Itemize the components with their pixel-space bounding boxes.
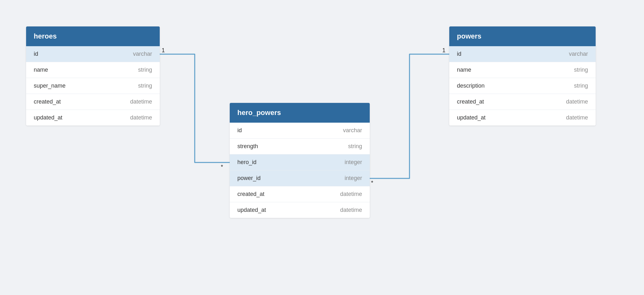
hero-powers-power-id-row: power_id integer bbox=[230, 170, 370, 186]
powers-name-name: name bbox=[457, 67, 471, 73]
heroes-table-header: heroes bbox=[26, 26, 160, 46]
hero-powers-created-at-type: datetime bbox=[340, 191, 362, 198]
hero-powers-id-type: varchar bbox=[343, 127, 362, 134]
heroes-name-row: name string bbox=[26, 62, 160, 78]
heroes-updated-at-name: updated_at bbox=[34, 114, 62, 121]
hero-powers-created-at-name: created_at bbox=[237, 191, 264, 198]
powers-description-type: string bbox=[574, 83, 588, 89]
heroes-name-name: name bbox=[34, 67, 48, 73]
hero-powers-power-id-type: integer bbox=[345, 175, 362, 182]
cardinality-powers-1: 1 bbox=[442, 47, 445, 54]
hero-powers-id-name: id bbox=[237, 127, 242, 134]
heroes-title: heroes bbox=[34, 32, 57, 40]
heroes-super-name-row: super_name string bbox=[26, 78, 160, 94]
heroes-created-at-row: created_at datetime bbox=[26, 94, 160, 110]
powers-updated-at-name: updated_at bbox=[457, 114, 486, 121]
powers-created-at-type: datetime bbox=[566, 98, 588, 105]
cardinality-heroes-1: 1 bbox=[162, 47, 165, 54]
hero-powers-updated-at-name: updated_at bbox=[237, 207, 266, 213]
hero-powers-created-at-row: created_at datetime bbox=[230, 186, 370, 202]
hero-powers-table: hero_powers id varchar strength string h… bbox=[230, 103, 370, 218]
powers-id-row: id varchar bbox=[449, 46, 596, 62]
powers-description-row: description string bbox=[449, 78, 596, 94]
hero-powers-table-header: hero_powers bbox=[230, 103, 370, 123]
heroes-created-at-name: created_at bbox=[34, 98, 61, 105]
hero-powers-hero-id-row: hero_id integer bbox=[230, 155, 370, 170]
heroes-id-type: varchar bbox=[133, 51, 152, 57]
powers-description-name: description bbox=[457, 83, 485, 89]
heroes-name-type: string bbox=[138, 67, 152, 73]
heroes-id-name: id bbox=[34, 51, 38, 57]
hero-powers-hero-id-name: hero_id bbox=[237, 159, 256, 166]
powers-name-type: string bbox=[574, 67, 588, 73]
powers-table: powers id varchar name string descriptio… bbox=[449, 26, 596, 126]
heroes-updated-at-type: datetime bbox=[130, 114, 152, 121]
erd-diagram: 1 * 1 * heroes id varchar name string su… bbox=[20, 17, 624, 278]
hero-powers-strength-row: strength string bbox=[230, 139, 370, 155]
hero-powers-updated-at-row: updated_at datetime bbox=[230, 202, 370, 218]
powers-name-row: name string bbox=[449, 62, 596, 78]
powers-created-at-row: created_at datetime bbox=[449, 94, 596, 110]
hero-powers-updated-at-type: datetime bbox=[340, 207, 362, 213]
hero-powers-title: hero_powers bbox=[237, 109, 281, 117]
hero-powers-strength-name: strength bbox=[237, 143, 258, 150]
heroes-super-name-name: super_name bbox=[34, 83, 66, 89]
hero-powers-hero-id-type: integer bbox=[345, 159, 362, 166]
cardinality-hero-powers-star-left: * bbox=[221, 164, 223, 170]
hero-powers-id-row: id varchar bbox=[230, 123, 370, 139]
powers-id-type: varchar bbox=[569, 51, 588, 57]
heroes-created-at-type: datetime bbox=[130, 98, 152, 105]
powers-updated-at-type: datetime bbox=[566, 114, 588, 121]
powers-id-name: id bbox=[457, 51, 461, 57]
hero-powers-power-id-name: power_id bbox=[237, 175, 261, 182]
heroes-table: heroes id varchar name string super_name… bbox=[26, 26, 160, 126]
cardinality-hero-powers-star-right: * bbox=[371, 180, 373, 186]
powers-updated-at-row: updated_at datetime bbox=[449, 110, 596, 126]
heroes-super-name-type: string bbox=[138, 83, 152, 89]
hero-powers-strength-type: string bbox=[348, 143, 362, 150]
heroes-id-row: id varchar bbox=[26, 46, 160, 62]
powers-created-at-name: created_at bbox=[457, 98, 484, 105]
powers-table-header: powers bbox=[449, 26, 596, 46]
powers-title: powers bbox=[457, 32, 481, 40]
heroes-updated-at-row: updated_at datetime bbox=[26, 110, 160, 126]
